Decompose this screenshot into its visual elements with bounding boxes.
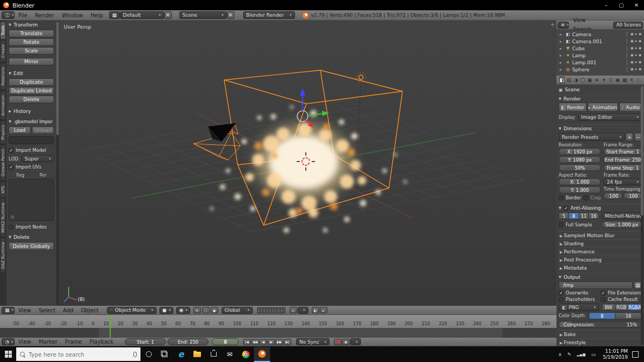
- manipulator-toggle-icon[interactable]: ◌: [202, 307, 210, 313]
- info-menu-item[interactable]: File: [15, 11, 31, 20]
- info-menu-item[interactable]: Help: [87, 11, 107, 20]
- action-center-icon[interactable]: [632, 351, 639, 358]
- outliner-menu-item[interactable]: View: [569, 16, 589, 25]
- cortana-icon[interactable]: [140, 347, 157, 362]
- mail-icon[interactable]: ✉: [222, 347, 238, 362]
- editor-type-button[interactable]: ⓘ▾: [2, 11, 15, 19]
- render-restrict-icon[interactable]: ▪: [639, 60, 641, 65]
- delete-panel-header[interactable]: Delete: [9, 234, 54, 240]
- eye-icon[interactable]: ◉: [630, 67, 634, 72]
- scene-close-button[interactable]: ✕: [227, 11, 234, 19]
- delete-globally-button[interactable]: Delete Globally: [9, 242, 54, 250]
- snap-magnet-icon[interactable]: ∪: [290, 307, 297, 313]
- outliner-item-lamp[interactable]: ▸☀ Lamp ◉▸▪: [556, 52, 644, 59]
- timeline-menu-item[interactable]: Playback: [85, 337, 117, 346]
- pen-tray-icon[interactable]: ✎: [567, 352, 572, 357]
- store-icon[interactable]: [205, 347, 222, 362]
- aa-samples-16[interactable]: 16: [589, 212, 599, 219]
- toolshelf-tab[interactable]: Tools: [0, 21, 6, 39]
- snap-mode-select[interactable]: ▾: [298, 307, 308, 314]
- crop-checkbox[interactable]: [583, 196, 588, 200]
- transport-button[interactable]: ◀◀: [251, 339, 259, 345]
- properties-tab-icon[interactable]: ✦: [600, 76, 607, 84]
- antialiasing-panel-header[interactable]: Anti-Aliasing: [559, 204, 642, 211]
- minimize-button[interactable]: –: [599, 0, 614, 10]
- screen-layout-select[interactable]: Default▾: [120, 11, 164, 19]
- collapsed-panel-header[interactable]: Performance: [559, 247, 642, 256]
- transport-button[interactable]: ◀: [259, 339, 267, 345]
- file-extensions-checkbox[interactable]: [601, 291, 606, 296]
- collapsed-panel-header[interactable]: Post Processing: [559, 256, 642, 264]
- sync-select[interactable]: No Sync▾: [296, 338, 330, 345]
- region-expand-icon[interactable]: +: [551, 22, 555, 28]
- transform-panel-header[interactable]: Transform: [9, 22, 54, 28]
- duplicate-button[interactable]: Duplicate: [9, 78, 54, 86]
- render-restrict-icon[interactable]: ▪: [639, 32, 641, 37]
- aa-samples-8[interactable]: 8: [569, 212, 579, 219]
- color-depth-16[interactable]: 16: [615, 312, 642, 319]
- toolshelf-tab[interactable]: Grease Pencil: [0, 145, 6, 181]
- viewport-shading-select[interactable]: ●▾: [159, 307, 173, 314]
- outliner-item-cube[interactable]: ▸▼ Cube ◉▸▪: [556, 45, 644, 52]
- placeholders-checkbox[interactable]: [559, 297, 564, 302]
- outliner-item-sphere[interactable]: ▸◍ Sphere ◉▸▪: [556, 66, 644, 73]
- load-button[interactable]: Load: [9, 126, 31, 134]
- translate-button[interactable]: Translate: [9, 30, 54, 37]
- color-mode-rgb[interactable]: RGB: [615, 304, 628, 311]
- record-button[interactable]: ●: [334, 339, 341, 345]
- layout-close-button[interactable]: ✕: [164, 11, 172, 19]
- aa-samples-segment[interactable]: 5 8 11 16: [559, 212, 599, 219]
- selectable-icon[interactable]: ▸: [635, 60, 638, 65]
- render-engine-select[interactable]: Blender Render▾: [243, 11, 295, 19]
- viewport-menu-item[interactable]: Select: [35, 306, 59, 315]
- viewport-menu-item[interactable]: View: [15, 306, 35, 315]
- display-select[interactable]: Image Editor▾: [578, 113, 642, 121]
- properties-scrollbar[interactable]: [641, 86, 643, 345]
- manipulator-toggle-icon[interactable]: ▣: [211, 307, 218, 313]
- render-button[interactable]: ◧Render: [559, 103, 587, 112]
- unload-button[interactable]: Unload: [32, 126, 54, 134]
- color-mode-bw[interactable]: BW: [602, 304, 615, 311]
- delete-button[interactable]: Delete: [9, 96, 54, 103]
- transport-button[interactable]: |◀: [243, 339, 251, 345]
- current-frame-marker[interactable]: [110, 315, 111, 338]
- collapsed-panel-header[interactable]: Shading: [559, 239, 642, 247]
- render-panel-header[interactable]: Render: [559, 95, 642, 102]
- render-presets-select[interactable]: Render Presets▾: [559, 133, 625, 141]
- info-menu-item[interactable]: Window: [58, 11, 86, 20]
- timeline-ruler[interactable]: -50-40-30-20-100102030405060708090100110…: [0, 315, 556, 328]
- scene-select[interactable]: Scene▾: [179, 11, 227, 19]
- timeline-menu-item[interactable]: View: [15, 337, 35, 346]
- border-checkbox[interactable]: [559, 196, 564, 200]
- aa-samples-5[interactable]: 5: [559, 212, 569, 219]
- end-frame-field[interactable]: End:250: [167, 338, 209, 345]
- outliner-item-lamp-001[interactable]: ▸☀ Lamp.001 ◉▸▪: [556, 59, 644, 66]
- overwrite-checkbox[interactable]: [559, 291, 564, 296]
- maximize-button[interactable]: ▢: [614, 0, 629, 10]
- properties-tab-icon[interactable]: ▦: [621, 76, 628, 84]
- aspect-y-field[interactable]: Y: 1.000: [559, 186, 601, 193]
- collapsed-panel-header[interactable]: Bake: [559, 330, 642, 338]
- end-frame-prop-field[interactable]: End Frame: 250: [603, 156, 642, 163]
- aa-samples-11[interactable]: 11: [579, 212, 589, 219]
- transport-button[interactable]: ▶▶: [276, 339, 283, 345]
- antialiasing-checkbox[interactable]: [564, 206, 568, 211]
- battery-icon[interactable]: ▭: [591, 352, 596, 357]
- remap-old-field[interactable]: :100: [603, 192, 622, 199]
- toolshelf-tab[interactable]: Create: [0, 40, 6, 62]
- toolshelf-scrollbar[interactable]: [56, 22, 59, 305]
- resolution-y-field[interactable]: Y: 1080 px: [559, 156, 601, 163]
- scale-button[interactable]: Scale: [9, 47, 54, 55]
- output-panel-header[interactable]: Output: [559, 273, 642, 280]
- properties-tab-icon[interactable]: ◑: [573, 76, 579, 84]
- close-button[interactable]: ✕: [629, 0, 644, 10]
- outliner-editor-type-button[interactable]: ≡▾: [558, 22, 569, 29]
- hidden-icons-caret[interactable]: ∧: [558, 352, 562, 357]
- opengl-render-icon[interactable]: ◧: [312, 307, 319, 313]
- selectable-icon[interactable]: ▸: [635, 32, 638, 37]
- chrome-icon[interactable]: [238, 347, 254, 362]
- viewport-menu-item[interactable]: Add: [59, 306, 77, 315]
- eye-icon[interactable]: ◉: [630, 32, 634, 37]
- toolshelf-tab[interactable]: MHX2 Runtime: [0, 198, 6, 237]
- collapsed-panel-header[interactable]: Sampled Motion Blur: [559, 231, 642, 239]
